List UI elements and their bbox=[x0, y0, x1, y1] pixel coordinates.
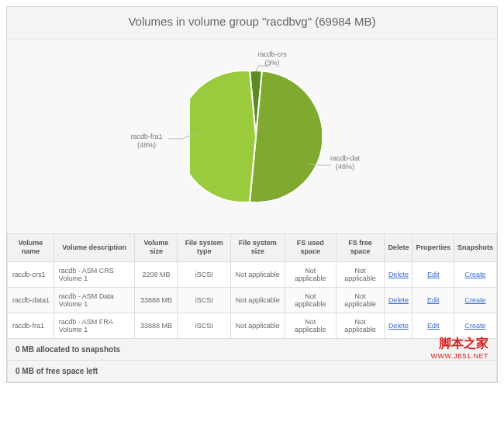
delete-link[interactable]: Delete bbox=[388, 322, 409, 330]
col-properties: Properties bbox=[413, 234, 454, 262]
cell-volume-size: 33888 MB bbox=[135, 287, 178, 313]
cell-fs-type: iSCSI bbox=[178, 287, 230, 313]
cell-properties: Edit bbox=[413, 287, 454, 313]
cell-volume-size: 2208 MB bbox=[135, 261, 178, 287]
col-delete: Delete bbox=[385, 234, 413, 262]
cell-snapshots: Create bbox=[454, 287, 496, 313]
col-fs-type: File system type bbox=[178, 234, 230, 262]
cell-volume-description: racdb - ASM FRA Volume 1 bbox=[54, 313, 135, 338]
cell-fs-size: Not applicable bbox=[230, 313, 285, 338]
create-snapshot-link[interactable]: Create bbox=[464, 296, 485, 304]
pie-chart-overlay bbox=[190, 71, 322, 202]
cell-fs-type: iSCSI bbox=[178, 261, 230, 287]
panel-title: Volumes in volume group "racdbvg" (69984… bbox=[7, 7, 497, 40]
cell-snapshots: Create bbox=[454, 313, 496, 338]
free-space-left: 0 MB of free space left bbox=[7, 361, 497, 382]
col-volume-name: Volume name bbox=[8, 234, 54, 262]
pie-label-dat: racdb-dat(48%) bbox=[322, 154, 368, 171]
pie-label-crs: racdb-crs(3%) bbox=[249, 50, 295, 67]
col-volume-description: Volume description bbox=[54, 234, 135, 262]
create-snapshot-link[interactable]: Create bbox=[464, 271, 485, 278]
cell-volume-size: 33888 MB bbox=[135, 313, 178, 338]
col-fs-free: FS free space bbox=[336, 234, 385, 262]
col-fs-size: File system size bbox=[230, 234, 285, 262]
delete-link[interactable]: Delete bbox=[388, 271, 409, 278]
cell-volume-name: racdb-data1 bbox=[8, 287, 54, 313]
col-fs-used: FS used space bbox=[285, 234, 336, 262]
table-row: racdb-crs1racdb - ASM CRS Volume 12208 M… bbox=[8, 261, 497, 287]
cell-fs-free: Not applicable bbox=[336, 313, 385, 338]
cell-fs-size: Not applicable bbox=[230, 287, 285, 313]
col-volume-size: Volume size bbox=[135, 234, 178, 262]
cell-fs-free: Not applicable bbox=[336, 261, 385, 287]
cell-fs-free: Not applicable bbox=[336, 287, 385, 313]
cell-delete: Delete bbox=[385, 261, 413, 287]
table-header-row: Volume name Volume description Volume si… bbox=[8, 234, 497, 262]
edit-link[interactable]: Edit bbox=[427, 271, 440, 278]
cell-fs-used: Not applicable bbox=[285, 287, 336, 313]
volumes-table: Volume name Volume description Volume si… bbox=[7, 233, 497, 339]
volumes-panel: Volumes in volume group "racdbvg" (69984… bbox=[6, 6, 498, 383]
cell-volume-description: racdb - ASM CRS Volume 1 bbox=[54, 261, 135, 287]
cell-snapshots: Create bbox=[454, 261, 496, 287]
table-row: racdb-data1racdb - ASM Data Volume 13388… bbox=[8, 287, 497, 313]
cell-properties: Edit bbox=[413, 313, 454, 338]
cell-properties: Edit bbox=[413, 261, 454, 287]
edit-link[interactable]: Edit bbox=[427, 296, 440, 304]
cell-volume-name: racdb-fra1 bbox=[8, 313, 54, 338]
cell-fs-used: Not applicable bbox=[285, 313, 336, 338]
pie-chart-area: racdb-crs(3%) racdb-dat(48%) racdb-fra1(… bbox=[7, 40, 497, 233]
cell-delete: Delete bbox=[385, 313, 413, 338]
edit-link[interactable]: Edit bbox=[427, 322, 440, 330]
cell-volume-description: racdb - ASM Data Volume 1 bbox=[54, 287, 135, 313]
delete-link[interactable]: Delete bbox=[388, 296, 409, 304]
cell-delete: Delete bbox=[385, 287, 413, 313]
col-snapshots: Snapshots bbox=[454, 234, 496, 262]
cell-fs-type: iSCSI bbox=[178, 313, 230, 338]
create-snapshot-link[interactable]: Create bbox=[464, 322, 485, 330]
pie-label-fra: racdb-fra1(48%) bbox=[123, 133, 170, 150]
table-row: racdb-fra1racdb - ASM FRA Volume 133888 … bbox=[8, 313, 497, 338]
cell-volume-name: racdb-crs1 bbox=[8, 261, 54, 287]
cell-fs-used: Not applicable bbox=[285, 261, 336, 287]
cell-fs-size: Not applicable bbox=[230, 261, 285, 287]
snapshots-allocated: 0 MB allocated to snapshots bbox=[7, 339, 497, 361]
